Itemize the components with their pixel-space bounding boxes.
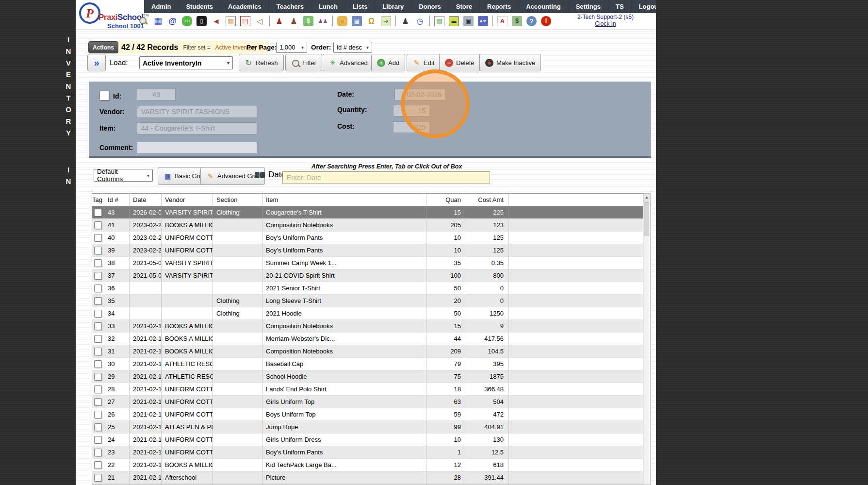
payment-card-icon[interactable]: ▬ bbox=[449, 16, 459, 26]
table-row[interactable]: 432026-02-02VARSITY SPIRIT FAS...Clothin… bbox=[92, 206, 643, 219]
columns-select[interactable]: Default Columns▾ bbox=[94, 169, 153, 182]
row-checkbox[interactable] bbox=[94, 209, 102, 217]
item-field[interactable]: 44 - Cougarette's T-Shirt bbox=[137, 122, 257, 134]
per-page-select[interactable]: 1,000▾ bbox=[276, 42, 307, 53]
quantity-field[interactable]: 15 bbox=[393, 105, 430, 117]
row-checkbox[interactable] bbox=[94, 310, 102, 318]
person-icon[interactable]: ♟ bbox=[289, 16, 299, 26]
date-field[interactable]: 02-02-2026 bbox=[394, 89, 446, 100]
calendar-date-icon[interactable]: ▤ bbox=[240, 16, 250, 26]
record-checkbox[interactable] bbox=[99, 91, 109, 100]
nav-item-teachers[interactable]: Teachers bbox=[269, 0, 311, 13]
row-checkbox[interactable] bbox=[94, 423, 102, 431]
calendar-grid-icon[interactable]: ▦ bbox=[153, 16, 163, 26]
row-checkbox[interactable] bbox=[94, 272, 102, 280]
row-checkbox[interactable] bbox=[94, 322, 102, 330]
nav-item-accounting[interactable]: Accounting bbox=[519, 0, 569, 13]
table-row[interactable]: 412023-02-23BOOKS A MILLIONComposition N… bbox=[92, 219, 643, 232]
printer-check-icon[interactable]: ▣ bbox=[463, 16, 474, 26]
row-checkbox[interactable] bbox=[94, 221, 102, 229]
table-row[interactable]: 292021-02-15ATHLETIC RESOURC...School Ho… bbox=[92, 370, 643, 383]
table-row[interactable]: 34Clothing2021 Hoodie501250 bbox=[92, 307, 643, 320]
nav-item-logout[interactable]: Logout bbox=[632, 0, 656, 13]
notebook-icon[interactable]: ▤ bbox=[352, 16, 362, 26]
nav-item-library[interactable]: Library bbox=[375, 0, 411, 13]
column-header-tag[interactable]: Tag bbox=[92, 194, 104, 206]
help-icon[interactable]: ? bbox=[526, 16, 537, 26]
hamburger-icon[interactable]: ≡ bbox=[337, 16, 347, 26]
column-header-id-[interactable]: Id # bbox=[104, 194, 130, 206]
column-header-date[interactable]: Date bbox=[130, 194, 162, 206]
cash-register-icon[interactable]: $ bbox=[512, 16, 522, 26]
column-header-cost-amt[interactable]: Cost Amt bbox=[465, 194, 509, 206]
nav-item-students[interactable]: Students bbox=[179, 0, 221, 13]
row-checkbox[interactable] bbox=[94, 259, 102, 267]
calendar-color-icon[interactable]: ▦ bbox=[226, 16, 236, 26]
family-icon[interactable]: ♟♟ bbox=[318, 16, 328, 26]
add-button[interactable]: +Add bbox=[371, 54, 405, 71]
table-row[interactable]: 392023-02-23UNIFORM COTTAGEBoy's Uniform… bbox=[92, 244, 643, 257]
speaker-icon[interactable]: ◀ bbox=[211, 16, 221, 26]
row-checkbox[interactable] bbox=[94, 247, 102, 254]
comment-field[interactable] bbox=[137, 142, 257, 154]
table-row[interactable]: 262021-02-15UNIFORM COTTAGEBoys Uniform … bbox=[92, 408, 643, 421]
row-checkbox[interactable] bbox=[94, 234, 102, 242]
money-icon[interactable]: $ bbox=[303, 16, 313, 26]
nav-item-ts[interactable]: TS bbox=[608, 0, 632, 13]
table-row[interactable]: 232021-02-15UNIFORM COTTAGEBoy's Uniform… bbox=[92, 446, 643, 459]
row-checkbox[interactable] bbox=[94, 411, 102, 418]
row-checkbox[interactable] bbox=[94, 385, 102, 393]
person-suit-icon[interactable]: ♟ bbox=[400, 16, 410, 26]
nav-item-academics[interactable]: Academics bbox=[221, 0, 269, 13]
phone-icon[interactable]: ▯ bbox=[197, 16, 207, 26]
table-row[interactable]: 312021-02-15BOOKS A MILLIONComposition N… bbox=[92, 345, 643, 358]
table-scrollbar[interactable]: ▲ bbox=[643, 193, 651, 485]
person-add-icon[interactable]: ♟ bbox=[274, 16, 284, 26]
cost-field[interactable]: 225 bbox=[393, 121, 430, 133]
clock-icon[interactable]: ◷ bbox=[415, 16, 425, 26]
date-search-input[interactable] bbox=[282, 171, 490, 184]
row-checkbox[interactable] bbox=[94, 335, 102, 343]
row-checkbox[interactable] bbox=[94, 436, 102, 444]
nav-item-settings[interactable]: Settings bbox=[569, 0, 608, 13]
row-checkbox[interactable] bbox=[94, 461, 102, 469]
vendor-field[interactable]: VARSITY SPIRIT FASHIONS bbox=[137, 106, 257, 118]
row-checkbox[interactable] bbox=[94, 449, 102, 456]
row-checkbox[interactable] bbox=[94, 348, 102, 355]
pdf-icon[interactable]: A bbox=[497, 16, 508, 26]
row-checkbox[interactable] bbox=[94, 284, 102, 292]
nav-item-donors[interactable]: Donors bbox=[411, 0, 449, 13]
nav-item-reports[interactable]: Reports bbox=[480, 0, 519, 13]
actions-button[interactable]: Actions bbox=[88, 41, 118, 53]
scrollbar-thumb[interactable] bbox=[644, 202, 649, 235]
scroll-up-arrow[interactable]: ▲ bbox=[643, 194, 650, 201]
table-row[interactable]: 402023-02-23UNIFORM COTTAGEBoy's Uniform… bbox=[92, 232, 643, 244]
nav-item-lists[interactable]: Lists bbox=[345, 0, 375, 13]
advanced-button[interactable]: ✳Advanced bbox=[323, 54, 374, 71]
table-row[interactable]: 212021-02-15AfterschoolPicture28391.44 bbox=[92, 471, 643, 484]
table-row[interactable]: 35ClothingLong Sleeve T-Shirt200 bbox=[92, 295, 643, 307]
spreadsheet-icon[interactable]: ▦ bbox=[434, 16, 444, 26]
table-row[interactable]: 282021-02-15UNIFORM COTTAGELands' End Po… bbox=[92, 383, 643, 396]
alert-icon[interactable]: ! bbox=[541, 16, 551, 26]
nav-item-admin[interactable]: Admin bbox=[144, 0, 179, 13]
make-inactive-button[interactable]: ●Make Inactive bbox=[479, 54, 541, 71]
ap-icon[interactable]: A/P bbox=[478, 16, 488, 26]
table-row[interactable]: 272021-02-15UNIFORM COTTAGEGirls Uniform… bbox=[92, 396, 643, 408]
clock-in-link[interactable]: Clock In bbox=[577, 20, 634, 27]
column-header-vendor[interactable]: Vendor bbox=[162, 194, 213, 206]
refresh-button[interactable]: ↻Refresh bbox=[239, 54, 284, 71]
nav-item-store[interactable]: Store bbox=[449, 0, 480, 13]
edit-button[interactable]: ✎Edit bbox=[407, 54, 440, 71]
note-send-icon[interactable]: ➔ bbox=[381, 16, 391, 26]
table-row[interactable]: 322021-02-15BOOKS A MILLIONMerriam-Webst… bbox=[92, 333, 643, 345]
table-row[interactable]: 372021-05-04VARSITY SPIRIT FAS...20-21 C… bbox=[92, 269, 643, 282]
table-row[interactable]: 252021-02-15ATLAS PEN & PENCI...Jump Rop… bbox=[92, 421, 643, 434]
column-header-quan[interactable]: Quan bbox=[426, 194, 465, 206]
row-checkbox[interactable] bbox=[94, 297, 102, 305]
table-row[interactable]: 222021-02-15BOOKS A MILLIONKid TechPack … bbox=[92, 459, 643, 471]
bell-icon[interactable]: Ω bbox=[366, 16, 377, 26]
table-row[interactable]: 332021-02-15BOOKS A MILLIONComposition N… bbox=[92, 320, 643, 333]
expand-button[interactable]: » bbox=[87, 54, 106, 71]
chat-icon[interactable]: ⋯ bbox=[182, 16, 192, 26]
